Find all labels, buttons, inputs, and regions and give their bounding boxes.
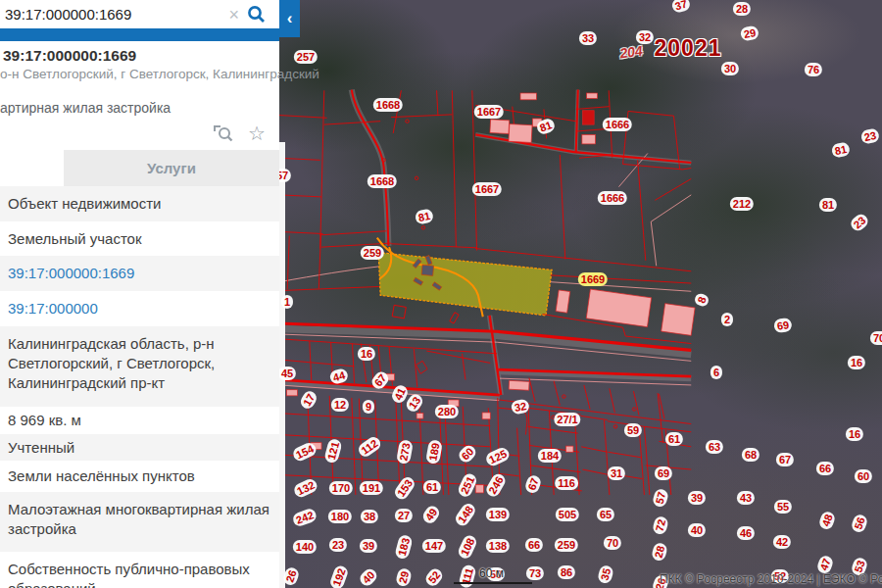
parcel-label[interactable]: 43 — [737, 491, 755, 505]
parcel-label[interactable]: 26 — [281, 565, 300, 587]
parcel-label[interactable]: 86 — [558, 565, 575, 579]
parcel-label[interactable]: 242 — [291, 507, 318, 527]
parcel-label[interactable]: 180 — [328, 510, 352, 523]
parcel-label[interactable]: 81 — [819, 198, 837, 212]
parcel-label[interactable]: 63 — [706, 440, 723, 454]
parcel-label[interactable]: 67 — [523, 473, 542, 495]
parcel-label[interactable]: 13 — [404, 392, 425, 415]
parcel-label[interactable]: 69 — [773, 318, 793, 333]
parcel-label[interactable]: 154 — [291, 441, 318, 464]
parcel-label[interactable]: 33 — [579, 31, 597, 45]
parcel-label[interactable]: 204 — [615, 43, 646, 61]
parcel-label[interactable]: 280 — [435, 405, 459, 418]
parcel-label[interactable]: 16 — [848, 356, 865, 369]
parcel-label[interactable]: 28 — [733, 2, 751, 16]
parcel-label[interactable]: 72 — [652, 514, 669, 535]
parcel-label[interactable]: 192 — [328, 564, 349, 588]
parcel-label[interactable]: 44 — [328, 368, 349, 385]
parcel-label[interactable]: 68 — [742, 448, 760, 462]
parcel-label[interactable]: 66 — [816, 462, 834, 475]
parcel-label[interactable]: 49 — [420, 504, 442, 526]
parcel-label[interactable]: 257 — [294, 50, 318, 64]
parcel-label[interactable]: 60 — [855, 469, 872, 483]
parcel-label[interactable]: 184 — [538, 449, 562, 463]
search-icon[interactable] — [247, 5, 266, 24]
parcel-label[interactable]: 31 — [608, 466, 625, 480]
parcel-label[interactable]: 35 — [597, 564, 614, 584]
area-search-icon[interactable] — [213, 123, 234, 143]
parcel-label[interactable]: 39 — [360, 539, 377, 553]
parcel-label[interactable]: 140 — [293, 540, 317, 554]
parcel-label[interactable]: 1667 — [472, 182, 502, 196]
parcel-label[interactable]: 20021 — [652, 41, 725, 55]
parcel-label[interactable]: 16 — [846, 427, 863, 441]
parcel-label[interactable]: 52 — [423, 566, 445, 588]
tab-info[interactable] — [0, 150, 64, 186]
parcel-label[interactable]: 125 — [484, 446, 512, 468]
parcel-label[interactable]: 170 — [329, 481, 353, 495]
parcel-label[interactable]: 59 — [624, 423, 642, 437]
parcel-label[interactable]: 81 — [535, 117, 557, 135]
parcel-label[interactable]: 40 — [358, 566, 380, 588]
parcel-link[interactable]: 39:17:000000:1669 — [0, 256, 279, 291]
parcel-label[interactable]: 57 — [652, 487, 669, 508]
parcel-label[interactable]: 147 — [422, 539, 446, 553]
parcel-label[interactable]: 40 — [688, 523, 706, 537]
tab-services[interactable]: Услуги — [64, 150, 279, 186]
parcel-label[interactable]: 1669 — [578, 272, 608, 286]
parcel-label[interactable]: 48 — [817, 510, 836, 531]
parcel-label[interactable]: 121 — [323, 437, 343, 464]
parcel-label[interactable]: 28 — [651, 541, 668, 562]
parcel-label[interactable]: 81 — [831, 141, 852, 158]
parcel-label[interactable]: 6 — [710, 366, 722, 379]
parcel-label[interactable]: 67 — [776, 453, 794, 466]
parcel-label[interactable]: 1666 — [598, 191, 627, 205]
parcel-label[interactable]: 2 — [721, 313, 733, 326]
parcel-label[interactable]: 27 — [395, 509, 413, 522]
parcel-label[interactable]: 76 — [805, 63, 822, 76]
parcel-label[interactable]: 108 — [457, 533, 479, 561]
parcel-label[interactable]: 30 — [721, 62, 739, 75]
parcel-label[interactable]: 38 — [361, 510, 378, 523]
parcel-label[interactable]: 27/1 — [554, 413, 580, 426]
parcel-label[interactable]: 57 — [279, 169, 291, 182]
parcel-label[interactable]: 70 — [604, 536, 621, 550]
parcel-label[interactable]: 61 — [665, 432, 683, 446]
parcel-label[interactable]: 116 — [555, 476, 578, 490]
parcel-label[interactable]: 61 — [423, 480, 441, 494]
parcel-label[interactable]: 23 — [860, 127, 881, 144]
parcel-label[interactable]: 139 — [486, 508, 510, 521]
parcel-label[interactable]: 259 — [555, 538, 578, 552]
search-input[interactable] — [0, 6, 220, 23]
parcel-label[interactable]: 29 — [395, 566, 413, 587]
parcel-label[interactable]: 37 — [670, 0, 691, 14]
parcel-label[interactable]: 505 — [556, 508, 579, 521]
parcel-label[interactable]: 56 — [850, 513, 868, 534]
parcel-label[interactable]: 12 — [331, 398, 349, 412]
collapse-sidebar-button[interactable]: ‹ — [279, 0, 300, 37]
parcel-label[interactable]: 148 — [453, 501, 477, 528]
parcel-label[interactable]: 81 — [415, 208, 435, 224]
parcel-label[interactable]: 212 — [730, 197, 754, 211]
parcel-label[interactable]: 32 — [511, 399, 530, 416]
map[interactable]: 3728333220420021293076257166816678116662… — [279, 0, 882, 588]
parcel-label[interactable]: 23 — [849, 212, 871, 233]
parcel-label[interactable]: 42 — [773, 535, 791, 549]
parcel-label[interactable]: 1666 — [603, 118, 632, 131]
parcel-label[interactable]: 55 — [774, 500, 792, 514]
parcel-label[interactable]: 112 — [356, 434, 382, 459]
parcel-label[interactable]: 69 — [655, 466, 672, 480]
parcel-label[interactable]: 23 — [329, 538, 347, 552]
parcel-label[interactable]: 183 — [394, 533, 414, 560]
parcel-label[interactable]: 191 — [360, 481, 383, 495]
parcel-label[interactable]: 273 — [396, 439, 414, 465]
parcel-label[interactable]: 189 — [425, 439, 443, 465]
parcel-label[interactable]: 29 — [740, 25, 760, 42]
parcel-label[interactable]: 251 — [457, 471, 479, 499]
parcel-label[interactable]: 66 — [525, 538, 543, 552]
parcel-label[interactable]: 246 — [484, 471, 508, 499]
star-icon[interactable]: ☆ — [248, 123, 266, 143]
parcel-label[interactable]: 67 — [369, 369, 391, 392]
parcel-link[interactable]: 39:17:000000 — [0, 291, 279, 326]
parcel-label[interactable]: 46 — [737, 526, 755, 540]
